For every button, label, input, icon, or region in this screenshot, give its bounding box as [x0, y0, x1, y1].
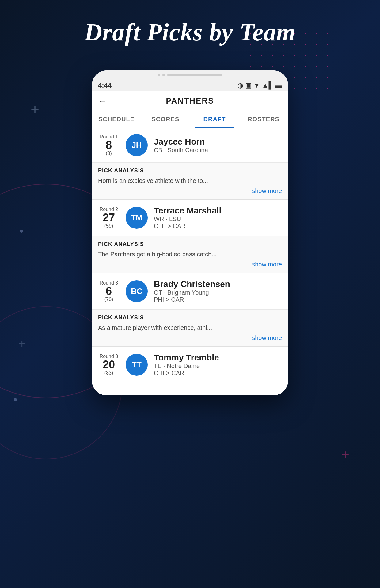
- tab-schedule[interactable]: SCHEDULE: [92, 111, 141, 128]
- status-bar: 4:44 ◑ ▣ ▼ ▲▌ ▬: [92, 80, 288, 91]
- tab-scores[interactable]: SCORES: [141, 111, 190, 128]
- signal-icon: ▲▌: [262, 81, 273, 89]
- content-area: Round 1 8 (8) JH Jaycee Horn CB · South …: [92, 128, 288, 383]
- tab-bar: SCHEDULE SCORES DRAFT ROSTERS: [92, 111, 288, 128]
- avatar-4: TT: [126, 354, 148, 376]
- page-title: Draft Picks by Team: [0, 18, 380, 46]
- pick-num-1: 8: [98, 140, 120, 151]
- pick-number-block-4: Round 3 20 (83): [98, 354, 120, 376]
- player-name-3: Brady Christensen: [154, 279, 282, 289]
- bg-dot-sm2: [14, 398, 17, 401]
- pick-row-1: Round 1 8 (8) JH Jaycee Horn CB · South …: [92, 128, 288, 162]
- halfmoon-icon: ◑: [238, 81, 243, 89]
- player-info-4: Tommy Tremble TE · Notre Dame CHI > CAR: [154, 353, 282, 377]
- app-title: PANTHERS: [166, 96, 214, 106]
- pick-row-4: Round 3 20 (83) TT Tommy Tremble TE · No…: [92, 347, 288, 383]
- analysis-label-3: PICK ANALYSIS: [98, 315, 282, 321]
- back-button[interactable]: ←: [98, 96, 107, 106]
- pick-num-3: 6: [98, 286, 120, 297]
- pick-number-block-1: Round 1 8 (8): [98, 134, 120, 156]
- draft-pick-4: Round 3 20 (83) TT Tommy Tremble TE · No…: [92, 347, 288, 383]
- phone-dot2: [162, 74, 165, 76]
- pick-number-block-3: Round 3 6 (70): [98, 280, 120, 302]
- bg-plus1: +: [31, 101, 39, 118]
- status-icons: ◑ ▣ ▼ ▲▌ ▬: [238, 81, 282, 89]
- show-more-1[interactable]: show more: [98, 187, 282, 194]
- bg-plus2: +: [18, 337, 25, 351]
- phone-dot1: [158, 74, 160, 76]
- pick-number-block-2: Round 2 27 (59): [98, 207, 120, 229]
- player-info-3: Brady Christensen OT · Brigham Young PHI…: [154, 279, 282, 303]
- pick-row-3: Round 3 6 (70) BC Brady Christensen OT ·…: [92, 273, 288, 309]
- player-info-2: Terrace Marshall WR · LSU CLE > CAR: [154, 206, 282, 230]
- pick-overall-2: (59): [98, 223, 120, 229]
- tab-draft[interactable]: DRAFT: [190, 111, 239, 128]
- app-header: ← PANTHERS: [92, 91, 288, 111]
- analysis-text-1: Horn is an explosive athlete with the to…: [98, 176, 282, 185]
- player-pos-1: CB · South Carolina: [154, 147, 282, 154]
- pick-overall-3: (70): [98, 297, 120, 302]
- pick-row-2: Round 2 27 (59) TM Terrace Marshall WR ·…: [92, 200, 288, 236]
- player-trade-3: PHI > CAR: [154, 296, 282, 303]
- analysis-label-2: PICK ANALYSIS: [98, 241, 282, 247]
- player-name-4: Tommy Tremble: [154, 353, 282, 363]
- show-more-2[interactable]: show more: [98, 261, 282, 268]
- player-trade-2: CLE > CAR: [154, 223, 282, 230]
- player-pos-4: TE · Notre Dame: [154, 363, 282, 370]
- player-name-2: Terrace Marshall: [154, 206, 282, 216]
- phone-bar: [167, 74, 222, 76]
- analysis-label-1: PICK ANALYSIS: [98, 168, 282, 174]
- draft-pick-3: Round 3 6 (70) BC Brady Christensen OT ·…: [92, 273, 288, 347]
- avatar-2: TM: [126, 207, 148, 229]
- wifi-icon: ▼: [253, 81, 260, 89]
- phone-frame: 4:44 ◑ ▣ ▼ ▲▌ ▬ ← PANTHERS SCHEDULE SCOR…: [92, 70, 288, 395]
- pick-num-4: 20: [98, 359, 120, 370]
- show-more-3[interactable]: show more: [98, 334, 282, 341]
- phone-bottom-bar: [92, 383, 288, 395]
- analysis-block-2: PICK ANALYSIS The Panthers get a big-bod…: [92, 236, 288, 273]
- pick-num-2: 27: [98, 212, 120, 223]
- bg-dot-sm1: [20, 230, 23, 233]
- analysis-block-1: PICK ANALYSIS Horn is an explosive athle…: [92, 162, 288, 199]
- draft-pick-1: Round 1 8 (8) JH Jaycee Horn CB · South …: [92, 128, 288, 200]
- avatar-1: JH: [126, 134, 148, 156]
- player-info-1: Jaycee Horn CB · South Carolina: [154, 137, 282, 154]
- player-trade-4: CHI > CAR: [154, 370, 282, 377]
- player-pos-2: WR · LSU: [154, 216, 282, 223]
- status-time: 4:44: [98, 81, 112, 89]
- pick-overall-1: (8): [98, 151, 120, 156]
- battery-icon: ▬: [275, 81, 282, 89]
- tab-rosters[interactable]: ROSTERS: [239, 111, 288, 128]
- avatar-3: BC: [126, 280, 148, 302]
- wallet-icon: ▣: [245, 81, 252, 89]
- phone-top-bar: [92, 70, 288, 80]
- player-name-1: Jaycee Horn: [154, 137, 282, 147]
- analysis-text-3: As a mature player with experience, athl…: [98, 323, 282, 332]
- player-pos-3: OT · Brigham Young: [154, 289, 282, 296]
- analysis-text-2: The Panthers get a big-bodied pass catch…: [98, 250, 282, 258]
- bg-plus3: +: [341, 447, 349, 462]
- analysis-block-3: PICK ANALYSIS As a mature player with ex…: [92, 309, 288, 346]
- pick-overall-4: (83): [98, 370, 120, 376]
- draft-pick-2: Round 2 27 (59) TM Terrace Marshall WR ·…: [92, 200, 288, 273]
